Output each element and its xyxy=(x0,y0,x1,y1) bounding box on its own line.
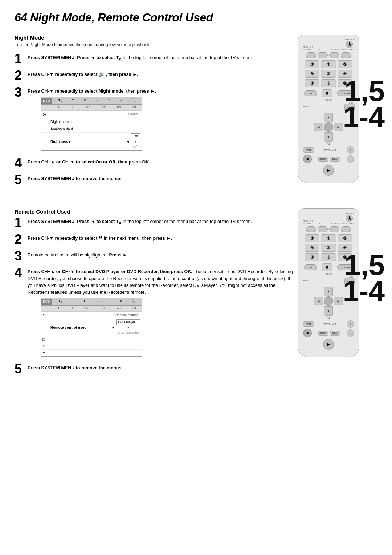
rcu-step-2: 2 Press CH-▼ repeatedly to select ⠿ in t… xyxy=(15,233,298,246)
menu-screenshot-1: DVD TATC♪□≡🔍 121enoffnooff ⊙ xyxy=(41,97,142,151)
play-mode-button-b[interactable] xyxy=(329,226,339,232)
num-7-button[interactable]: ⑦ xyxy=(305,79,319,87)
up-button[interactable]: ▲ xyxy=(324,113,333,122)
fss-button-bottom[interactable]: ✱ xyxy=(303,329,312,337)
fss-row-bottom: ✱ RETURN CLEAR – xyxy=(303,329,354,337)
mode-row-bottom: TV / DVDT / CPLAY MODE REC. MODE xyxy=(301,223,356,225)
disc-button[interactable]: DISC xyxy=(304,90,317,96)
rcu-step-5-text: Press SYSTEM MENU to remove the menus. xyxy=(28,362,298,372)
fss-row: ✱ RETURN CLEAR – xyxy=(303,155,354,163)
tv-dvd-button-b[interactable] xyxy=(306,226,316,232)
timer-plus-row-bottom: TIMER TV VOLUME + xyxy=(303,320,354,328)
monitor-label: MONITOR xyxy=(303,46,313,48)
step-2-text: Press CH-▼ repeatedly to select 🔊 , then… xyxy=(28,69,298,78)
down-button[interactable]: ▼ xyxy=(324,132,333,142)
num-7-button-b[interactable]: ⑦ xyxy=(305,253,319,261)
rcu-step-4-text: Press CH+▲ or CH-▼ to select DVD Player … xyxy=(28,266,298,359)
timer-button-bottom[interactable]: TIMER xyxy=(303,321,314,327)
plus-button-bottom[interactable]: + xyxy=(347,320,354,328)
left-button-bottom[interactable]: ◄ xyxy=(314,297,323,305)
minus-button[interactable]: – xyxy=(347,155,354,163)
step-2-number: 2 xyxy=(15,69,25,82)
minus-button-bottom[interactable]: – xyxy=(347,329,354,337)
step-1-text: Press SYSTEM MENU. Press ◄ to select TA … xyxy=(28,52,298,62)
return-button[interactable]: RETURN xyxy=(318,157,328,162)
play-mode-button[interactable] xyxy=(329,52,339,58)
num-3-button[interactable]: ③ xyxy=(338,60,352,68)
power-button-bottom[interactable]: ⏻ xyxy=(346,215,353,222)
top-buttons-row xyxy=(301,52,356,58)
big-num-15-bottom: 1,5 xyxy=(343,252,385,278)
big-num-14-bottom: 1-4 xyxy=(343,278,385,304)
num-3-button-b[interactable]: ③ xyxy=(338,234,352,242)
return-clear-group: RETURN CLEAR xyxy=(318,157,340,162)
num-4-button[interactable]: ④ xyxy=(305,70,319,78)
disc-button-b[interactable]: DISC xyxy=(304,264,317,270)
night-mode-title: Night Mode xyxy=(15,35,298,41)
dpad-center-bottom xyxy=(324,296,333,306)
return-clear-group-bottom: RETURN CLEAR xyxy=(318,331,340,336)
big-numbers-top: 1,5 1-4 xyxy=(343,78,385,130)
remote-section-top: MONITOR STANDBY ⏻ TV / DVDT / CPLAY MODE… xyxy=(305,35,377,190)
num-0-button[interactable]: 0 xyxy=(322,89,332,97)
play-row: ▶ xyxy=(301,165,356,176)
right-button-bottom[interactable]: ► xyxy=(334,297,343,305)
num-8-button-b[interactable]: ⑧ xyxy=(321,253,336,261)
big-num-14-top: 1-4 xyxy=(343,104,385,130)
timer-button[interactable]: TIMER xyxy=(303,147,314,153)
step-3-number: 3 xyxy=(15,86,25,99)
num-4-button-b[interactable]: ④ xyxy=(305,244,319,252)
clear-button[interactable]: CLEAR xyxy=(330,157,340,162)
num-1-button[interactable]: ① xyxy=(305,60,319,68)
ch-minus-label-bottom: CH- xyxy=(301,317,356,319)
step-1-number: 1 xyxy=(15,52,25,65)
num-2-button-b[interactable]: ② xyxy=(321,234,336,242)
num-5-button[interactable]: ⑤ xyxy=(321,70,336,78)
rcu-step-5-number: 5 xyxy=(15,362,25,376)
tv-dvd-button[interactable] xyxy=(306,52,316,58)
remote-control-used-section: Remote Control Used 1 Press SYSTEM MENU.… xyxy=(15,208,298,379)
dpad: ▲ ◄ ► ▼ xyxy=(314,113,343,142)
ch-minus-label: CH- xyxy=(301,143,356,145)
rcu-step-1-number: 1 xyxy=(15,216,25,229)
play-button[interactable]: ▶ xyxy=(323,165,334,176)
rcu-step-4: 4 Press CH+▲ or CH-▼ to select DVD Playe… xyxy=(15,266,298,359)
clear-button-bottom[interactable]: CLEAR xyxy=(330,331,340,336)
step-2: 2 Press CH-▼ repeatedly to select 🔊 , th… xyxy=(15,69,298,82)
down-button-bottom[interactable]: ▼ xyxy=(324,306,333,316)
rcu-step-3-number: 3 xyxy=(15,250,25,263)
num-8-button[interactable]: ⑧ xyxy=(321,79,336,87)
night-mode-section: Night Mode Turn on Night Mode to improve… xyxy=(15,35,298,190)
right-button[interactable]: ► xyxy=(334,123,343,131)
big-numbers-bottom: 1,5 1-4 xyxy=(343,252,385,304)
play-button-bottom[interactable]: ▶ xyxy=(323,339,334,350)
tc-button-b[interactable] xyxy=(318,226,328,232)
step-3-text: Press CH-▼ repeatedly to select Night mo… xyxy=(28,86,298,153)
rec-mode-button-b[interactable] xyxy=(341,226,351,232)
rcu-step-3-text: Remote control used will be highlighted.… xyxy=(28,250,298,259)
step-1: 1 Press SYSTEM MENU. Press ◄ to select T… xyxy=(15,52,298,65)
fss-button[interactable]: ✱ xyxy=(303,155,312,163)
plus-button[interactable]: + xyxy=(347,146,354,154)
page-title: 64 Night Mode, Remote Control Used xyxy=(15,11,377,24)
big-num-15-top: 1,5 xyxy=(343,78,385,104)
up-button-bottom[interactable]: ▲ xyxy=(324,287,333,296)
step-4: 4 Press CH+▲ or CH-▼ to select On or Off… xyxy=(15,157,298,170)
num-5-button-b[interactable]: ⑤ xyxy=(321,244,336,252)
rcu-step-5: 5 Press SYSTEM MENU to remove the menus. xyxy=(15,362,298,376)
rec-mode-button[interactable] xyxy=(341,52,351,58)
remote-control-used-title: Remote Control Used xyxy=(15,208,298,215)
tv-volume-label-top: TV VOLUME xyxy=(324,149,337,151)
step-4-text: Press CH+▲ or CH-▼ to select On or Off, … xyxy=(28,157,298,166)
return-button-bottom[interactable]: RETURN xyxy=(318,331,328,336)
standby-label: STANDBY xyxy=(344,39,354,41)
power-button[interactable]: ⏻ xyxy=(346,41,353,48)
left-button[interactable]: ◄ xyxy=(314,123,323,131)
num-1-button-b[interactable]: ① xyxy=(305,234,319,242)
num-0-button-b[interactable]: 0 xyxy=(322,263,332,271)
tc-button[interactable] xyxy=(318,52,328,58)
timer-plus-row: TIMER TV VOLUME + xyxy=(303,146,354,154)
num-2-button[interactable]: ② xyxy=(321,60,336,68)
top-buttons-row-bottom xyxy=(301,226,356,232)
step-3: 3 Press CH-▼ repeatedly to select Night … xyxy=(15,86,298,153)
